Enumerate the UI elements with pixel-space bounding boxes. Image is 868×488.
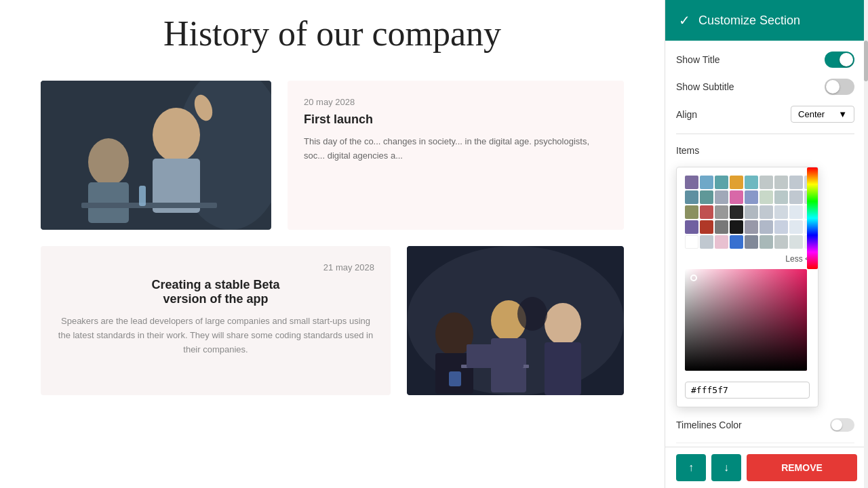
show-title-row: Show Title bbox=[676, 52, 854, 68]
show-subtitle-toggle[interactable] bbox=[825, 79, 854, 95]
card-title-1: First launch bbox=[304, 113, 608, 127]
swatch[interactable] bbox=[760, 235, 773, 249]
svg-rect-19 bbox=[467, 344, 524, 368]
timeline-row-1: 20 may 2028 First launch This day of the… bbox=[41, 81, 624, 230]
svg-rect-16 bbox=[545, 342, 581, 395]
less-button[interactable]: Less < bbox=[685, 254, 810, 264]
swatch[interactable] bbox=[745, 176, 758, 189]
svg-rect-7 bbox=[81, 203, 217, 208]
swatch[interactable] bbox=[745, 205, 758, 219]
swatch[interactable] bbox=[774, 235, 788, 249]
timeline-img-placeholder-2 bbox=[407, 246, 624, 395]
timeline-card-2: 21 may 2028 Creating a stable Betaversio… bbox=[41, 246, 391, 395]
show-subtitle-label: Show Subtitle bbox=[676, 81, 734, 92]
swatch[interactable] bbox=[789, 235, 803, 249]
check-icon[interactable]: ✓ bbox=[679, 12, 690, 28]
svg-rect-20 bbox=[449, 371, 461, 386]
svg-point-15 bbox=[545, 303, 581, 345]
card-text-2: Speakers are the lead developers of larg… bbox=[57, 314, 374, 357]
remove-button[interactable]: REMOVE bbox=[747, 454, 857, 481]
swatch[interactable] bbox=[774, 190, 788, 204]
swatch[interactable] bbox=[715, 205, 728, 219]
items-label: Items bbox=[676, 145, 699, 156]
right-panel: ✓ Customize Section Show Title Show Subt… bbox=[665, 0, 868, 488]
swatch[interactable] bbox=[789, 176, 803, 189]
swatch[interactable] bbox=[685, 190, 698, 204]
card-text-1: This day of the co... changes in society… bbox=[304, 135, 608, 163]
timeline-image-2 bbox=[407, 246, 624, 395]
show-title-label: Show Title bbox=[676, 54, 720, 65]
color-hex-input[interactable] bbox=[685, 382, 810, 399]
show-title-toggle-thumb bbox=[840, 53, 853, 66]
panel-header: ✓ Customize Section bbox=[665, 0, 868, 41]
color-input-row bbox=[685, 382, 810, 399]
panel-body[interactable]: Show Title Show Subtitle Align Center ▼ … bbox=[665, 41, 868, 447]
swatch[interactable] bbox=[730, 220, 743, 234]
swatch[interactable] bbox=[715, 190, 728, 204]
card-title-2: Creating a stable Betaversion of the app bbox=[57, 278, 374, 306]
show-subtitle-toggle-thumb bbox=[826, 80, 840, 94]
svg-point-4 bbox=[88, 138, 129, 186]
swatch[interactable] bbox=[760, 220, 773, 234]
swatch[interactable] bbox=[700, 235, 713, 249]
swatch[interactable] bbox=[760, 176, 773, 189]
swatch[interactable] bbox=[730, 235, 743, 249]
swatch[interactable] bbox=[685, 176, 698, 189]
swatch[interactable] bbox=[715, 176, 728, 189]
swatch[interactable] bbox=[730, 176, 743, 189]
swatch[interactable] bbox=[700, 176, 713, 189]
swatch[interactable] bbox=[789, 205, 803, 219]
hue-slider[interactable] bbox=[807, 167, 818, 269]
panel-bottom: ↑ ↓ REMOVE bbox=[665, 447, 868, 488]
timeline-image-1 bbox=[41, 81, 271, 230]
swatch[interactable] bbox=[685, 205, 698, 219]
up-arrow-icon: ↑ bbox=[688, 462, 694, 474]
swatch[interactable] bbox=[685, 235, 698, 249]
scrollbar[interactable] bbox=[864, 0, 868, 488]
swatch[interactable] bbox=[745, 190, 758, 204]
down-arrow-icon: ↓ bbox=[724, 462, 729, 474]
swatch[interactable] bbox=[760, 205, 773, 219]
swatch[interactable] bbox=[789, 190, 803, 204]
panel-title: Customize Section bbox=[698, 14, 800, 28]
color-swatches bbox=[685, 176, 810, 249]
swatch[interactable] bbox=[774, 176, 788, 189]
align-value: Center bbox=[798, 109, 825, 119]
align-dropdown[interactable]: Center ▼ bbox=[791, 106, 854, 123]
swatch[interactable] bbox=[700, 220, 713, 234]
swatch[interactable] bbox=[774, 205, 788, 219]
section-divider-1 bbox=[676, 134, 854, 134]
timelines-color-toggle-thumb bbox=[831, 420, 842, 430]
swatch[interactable] bbox=[745, 220, 758, 234]
swatch[interactable] bbox=[715, 235, 728, 249]
timelines-color-toggle[interactable] bbox=[830, 418, 854, 432]
timeline-card-1: 20 may 2028 First launch This day of the… bbox=[288, 81, 624, 230]
swatch[interactable] bbox=[760, 190, 773, 204]
svg-point-2 bbox=[153, 108, 200, 162]
align-row: Align Center ▼ bbox=[676, 106, 854, 123]
move-up-button[interactable]: ↑ bbox=[676, 454, 706, 481]
color-gradient-picker[interactable] bbox=[685, 269, 807, 371]
scrollbar-thumb[interactable] bbox=[864, 41, 868, 81]
swatch[interactable] bbox=[745, 235, 758, 249]
show-title-toggle[interactable] bbox=[825, 52, 854, 68]
svg-rect-8 bbox=[139, 186, 146, 206]
timelines-color-row: Timelines Color bbox=[676, 418, 854, 432]
page-title: History of our company bbox=[41, 14, 624, 54]
swatch[interactable] bbox=[715, 220, 728, 234]
swatch[interactable] bbox=[700, 190, 713, 204]
timeline-row-2: 21 may 2028 Creating a stable Betaversio… bbox=[41, 246, 624, 395]
svg-point-17 bbox=[517, 297, 547, 331]
swatch[interactable] bbox=[730, 190, 743, 204]
color-picker-popup: Less < bbox=[676, 167, 818, 407]
dropdown-arrow-icon: ▼ bbox=[838, 109, 847, 119]
move-down-button[interactable]: ↓ bbox=[711, 454, 741, 481]
timeline-img-placeholder-1 bbox=[41, 81, 271, 230]
card-date-1: 20 may 2028 bbox=[304, 97, 608, 107]
swatch[interactable] bbox=[730, 205, 743, 219]
swatch[interactable] bbox=[789, 220, 803, 234]
swatch[interactable] bbox=[685, 220, 698, 234]
swatch[interactable] bbox=[774, 220, 788, 234]
items-row: Items bbox=[676, 145, 854, 156]
swatch[interactable] bbox=[700, 205, 713, 219]
